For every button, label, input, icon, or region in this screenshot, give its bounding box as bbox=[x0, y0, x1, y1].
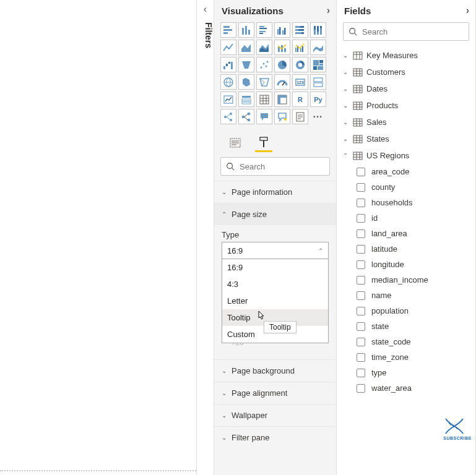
checkbox[interactable] bbox=[357, 245, 365, 254]
viz-stacked-column-icon[interactable] bbox=[238, 22, 254, 38]
svg-rect-25 bbox=[320, 26, 322, 28]
checkbox[interactable] bbox=[357, 353, 365, 362]
viz-stacked-area-icon[interactable] bbox=[256, 40, 272, 55]
fields-column-longitude[interactable]: longitude bbox=[342, 257, 470, 272]
section-page-background[interactable]: ⌄ Page background bbox=[214, 360, 336, 382]
checkbox[interactable] bbox=[357, 322, 365, 331]
section-page-information[interactable]: ⌄ Page information bbox=[214, 181, 336, 203]
viz-treemap-icon[interactable] bbox=[310, 57, 326, 72]
svg-rect-11 bbox=[279, 27, 281, 35]
fields-collapse-chevron[interactable]: › bbox=[466, 5, 469, 16]
viz-kpi-icon[interactable] bbox=[220, 92, 236, 107]
filters-expand-chevron[interactable]: ‹ bbox=[197, 4, 214, 15]
fields-search-input[interactable] bbox=[362, 27, 466, 36]
checkbox[interactable] bbox=[357, 276, 365, 285]
checkbox[interactable] bbox=[357, 291, 365, 300]
viz-more-visuals-icon[interactable]: ••• bbox=[310, 109, 326, 124]
viz-area-icon[interactable] bbox=[238, 40, 254, 55]
viz-decomposition-tree-icon[interactable] bbox=[238, 109, 254, 124]
fields-table-us-regions[interactable]: ⌃US Regions bbox=[342, 147, 470, 164]
fields-column-state_code[interactable]: state_code bbox=[342, 334, 470, 349]
page-size-type-display[interactable]: 16:9 ⌃ bbox=[222, 242, 329, 259]
fields-column-label: type bbox=[371, 368, 387, 377]
viz-funnel-icon[interactable] bbox=[238, 57, 254, 72]
fields-table-key-measures[interactable]: ⌄Key Measures bbox=[342, 47, 470, 64]
viz-slicer-icon[interactable] bbox=[238, 92, 254, 107]
checkbox[interactable] bbox=[357, 369, 365, 377]
checkbox[interactable] bbox=[357, 229, 365, 238]
viz-table-icon[interactable] bbox=[256, 92, 272, 107]
fields-table-sales[interactable]: ⌄Sales bbox=[342, 114, 470, 131]
checkbox[interactable] bbox=[357, 199, 365, 207]
fields-column-median_income[interactable]: median_income bbox=[342, 272, 470, 288]
fields-column-population[interactable]: population bbox=[342, 303, 470, 319]
viz-smart-narrative-icon[interactable] bbox=[274, 109, 290, 124]
filters-pane-collapsed[interactable]: ‹ Filters bbox=[197, 0, 214, 475]
viz-ribbon-icon[interactable] bbox=[310, 40, 326, 55]
fields-column-water_area[interactable]: water_area bbox=[342, 380, 470, 396]
viz-line-icon[interactable] bbox=[220, 40, 236, 55]
viz-gauge-icon[interactable] bbox=[274, 74, 290, 90]
section-filter-pane[interactable]: ⌄ Filter pane bbox=[214, 427, 336, 448]
fields-table-label: Customers bbox=[366, 67, 405, 77]
section-page-size[interactable]: ⌃ Page size bbox=[214, 203, 336, 225]
viz-format-search[interactable] bbox=[220, 157, 330, 176]
dropdown-option-16-9[interactable]: 16:9 bbox=[222, 259, 328, 276]
viz-line-stacked-column-icon[interactable] bbox=[274, 40, 290, 55]
viz-100-stacked-column-icon[interactable] bbox=[310, 22, 326, 38]
viz-shape-map-icon[interactable] bbox=[256, 74, 272, 90]
checkbox[interactable] bbox=[357, 338, 365, 346]
viz-card-icon[interactable]: 123 bbox=[292, 74, 308, 90]
viz-100-stacked-bar-icon[interactable] bbox=[292, 22, 308, 38]
subscribe-label: SUBSCRIBE bbox=[443, 436, 472, 440]
fields-column-latitude[interactable]: latitude bbox=[342, 241, 470, 257]
viz-scatter-icon[interactable] bbox=[256, 57, 272, 72]
fields-column-county[interactable]: county bbox=[342, 179, 470, 195]
viz-matrix-icon[interactable] bbox=[274, 92, 290, 107]
viz-waterfall-icon[interactable] bbox=[220, 57, 236, 72]
fields-column-area_code[interactable]: area_code bbox=[342, 164, 470, 179]
viz-clustered-bar-icon[interactable] bbox=[256, 22, 272, 38]
viz-tab-fields[interactable] bbox=[228, 135, 243, 151]
viz-pie-icon[interactable] bbox=[274, 57, 290, 72]
viz-format-search-input[interactable] bbox=[240, 162, 344, 171]
checkbox[interactable] bbox=[357, 183, 365, 192]
fields-column-state[interactable]: state bbox=[342, 319, 470, 334]
fields-table-products[interactable]: ⌄Products bbox=[342, 97, 470, 114]
fields-column-type[interactable]: type bbox=[342, 365, 470, 380]
viz-paginated-report-icon[interactable] bbox=[292, 109, 308, 124]
section-page-alignment[interactable]: ⌄ Page alignment bbox=[214, 382, 336, 404]
viz-map-icon[interactable] bbox=[220, 74, 236, 90]
checkbox[interactable] bbox=[357, 384, 365, 393]
checkbox[interactable] bbox=[357, 214, 365, 223]
fields-search[interactable] bbox=[343, 22, 469, 41]
viz-donut-icon[interactable] bbox=[292, 57, 308, 72]
fields-column-households[interactable]: households bbox=[342, 195, 470, 210]
viz-stacked-bar-icon[interactable] bbox=[220, 22, 236, 38]
dropdown-option-letter[interactable]: Letter bbox=[222, 293, 328, 309]
fields-table-dates[interactable]: ⌄Dates bbox=[342, 80, 470, 97]
viz-qa-icon[interactable] bbox=[256, 109, 272, 124]
viz-tab-format[interactable] bbox=[256, 135, 271, 151]
report-canvas[interactable] bbox=[0, 0, 197, 475]
svg-rect-102 bbox=[353, 69, 362, 76]
viz-multi-row-card-icon[interactable] bbox=[310, 74, 326, 90]
viz-filled-map-icon[interactable] bbox=[238, 74, 254, 90]
checkbox[interactable] bbox=[357, 260, 365, 269]
fields-table-customers[interactable]: ⌄Customers bbox=[342, 64, 470, 80]
section-wallpaper[interactable]: ⌄ Wallpaper bbox=[214, 404, 336, 426]
visualizations-collapse-chevron[interactable]: › bbox=[327, 5, 330, 16]
checkbox[interactable] bbox=[357, 168, 365, 176]
fields-column-time_zone[interactable]: time_zone bbox=[342, 349, 470, 365]
viz-key-influencers-icon[interactable] bbox=[220, 109, 236, 124]
checkbox[interactable] bbox=[357, 307, 365, 315]
viz-python-icon[interactable]: Py bbox=[310, 92, 326, 107]
fields-column-land_area[interactable]: land_area bbox=[342, 226, 470, 241]
fields-column-id[interactable]: id bbox=[342, 210, 470, 226]
viz-r-script-icon[interactable]: R bbox=[292, 92, 308, 107]
dropdown-option-4-3[interactable]: 4:3 bbox=[222, 276, 328, 293]
fields-column-name[interactable]: name bbox=[342, 288, 470, 303]
viz-line-clustered-column-icon[interactable] bbox=[292, 40, 308, 55]
viz-clustered-column-icon[interactable] bbox=[274, 22, 290, 38]
fields-table-states[interactable]: ⌄States bbox=[342, 131, 470, 147]
